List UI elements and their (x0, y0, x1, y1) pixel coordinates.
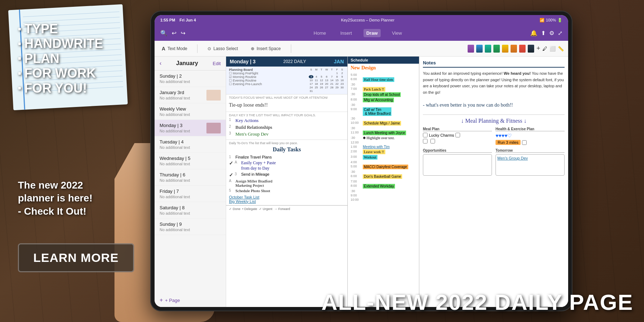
sidebar-item-sunday2[interactable]: Sunday | 2 No additional text (155, 70, 226, 87)
tab-view[interactable]: View (389, 29, 405, 37)
pen-teal[interactable] (485, 45, 491, 53)
slot-900b: 9:00 (351, 194, 416, 197)
footer-legend: ✓ Done • Delegate ✓ Urgent → Forward (226, 205, 347, 212)
opportunities-content[interactable] (423, 154, 492, 176)
toolbar: A Text Mode ⊙ Lasso Select ⊕ Insert Spac… (155, 41, 568, 57)
sidebar-item-wednesday5[interactable]: Wednesday | 5 No additional text (155, 153, 226, 169)
health-plan-col: Health & Exercise Plan ♥♥♥♥♡ Run 3 miles (496, 127, 565, 145)
slot-100-content[interactable]: Meeting with Tim (363, 145, 390, 149)
status-battery: 📶 100% 🔋 (540, 18, 562, 23)
slot-830: :30 (351, 103, 416, 107)
sidebar-back-button[interactable]: ‹ (160, 60, 161, 67)
ipad-device: 1:55 PM Fri Jun 4 Key2Success – Demo Pla… (150, 11, 572, 311)
sidebar-item-jan3rd[interactable]: January 3rd No additional text (155, 87, 226, 103)
settings-icon[interactable]: ⚙ (549, 30, 554, 36)
todo-section: Daily To-Do's The list that will keep yo… (226, 140, 347, 205)
pen-green[interactable] (493, 45, 500, 53)
slot-900-content: Call w/ Tim & Mike Bradford (363, 107, 391, 116)
pen-add-button[interactable]: + (536, 45, 540, 52)
pen-yellow[interactable] (502, 45, 508, 53)
pen-red[interactable] (519, 45, 526, 53)
status-bar: 1:55 PM Fri Jun 4 Key2Success – Demo Pla… (155, 15, 568, 25)
meal-checkbox-2[interactable] (455, 133, 460, 137)
text-mode-button[interactable]: A Text Mode (159, 44, 190, 53)
feature-handwrite: HANDWRITE (18, 36, 103, 51)
slot-500b-content: MACCI Dairyfest Coverage (363, 165, 408, 169)
todo-item-a1: ✓ A Easily Copy + Pastefrom day to Day (229, 160, 345, 171)
slot-200-content: Leave work !! (363, 150, 385, 154)
add-page-button[interactable]: + + Page (155, 293, 226, 307)
focus-section: TODAY'S FOCUS What will have most of you… (226, 94, 347, 112)
time-slots: 5:00 6:00 Half Hour time slots :30 7:00 (348, 72, 419, 203)
sidebar-item-monday3[interactable]: Monday | 3 No additional text (155, 120, 226, 136)
slot-1130-content: ✱ Highlight over text. (363, 136, 395, 140)
slot-300: 3:00 Workout (351, 155, 416, 160)
notification-icon[interactable]: 🔔 (530, 30, 537, 36)
october-task-list-link[interactable]: October Task List (229, 195, 345, 199)
lasso-select-button[interactable]: ⊙ Lasso Select (205, 45, 241, 53)
slot-730: :30 Drop kids off at School (351, 92, 416, 97)
tomorrow-content: Men's Group Dev (496, 154, 565, 176)
ipad-screen: 1:55 PM Fri Jun 4 Key2Success – Demo Pla… (155, 15, 568, 307)
slot-800-content: Mtg w/ Accounting (363, 98, 394, 102)
learn-more-button[interactable]: LEARN MORE (18, 243, 134, 272)
slot-800b-content: Extended Workday (363, 184, 395, 189)
sidebar-item-tuesday4[interactable]: Tuesday | 4 No additional text (155, 136, 226, 153)
main-content: ‹ January Edit Sunday | 2 No additional … (155, 57, 568, 307)
pen-orange[interactable] (511, 45, 517, 53)
redo-icon[interactable]: ↪ (181, 30, 185, 36)
meal-checkbox-4[interactable] (430, 139, 435, 143)
run-checkbox[interactable] (522, 140, 527, 145)
sidebar-item-sunday9[interactable]: Sunday | 9 No additional text (155, 219, 226, 235)
sidebar-header: ‹ January Edit (155, 57, 226, 70)
search-icon[interactable]: 🔍 (160, 30, 167, 36)
sidebar-item-friday7[interactable]: Friday | 7 No additional text (155, 186, 226, 202)
pen-purple[interactable] (468, 45, 474, 53)
eraser-button[interactable]: ⬜ (550, 46, 556, 52)
sidebar-item-thursday6[interactable]: Thursday | 6 No additional text (155, 169, 226, 186)
schedule-column: Schedule New Design 5:00 6:00 Half Hour … (348, 57, 419, 307)
meal-checkbox-1[interactable] (423, 133, 428, 137)
daily-key-section: Daily Key 3 The list that will impact yo… (226, 112, 347, 140)
slot-1100-content: Lunch Meeting with Joyce (363, 131, 406, 135)
big-weekly-list-link[interactable]: Big Weekly List (229, 199, 345, 204)
planning-board-title: Planning Board (229, 68, 262, 72)
sidebar-item-list: Sunday | 2 No additional text January 3r… (155, 70, 226, 293)
share-icon[interactable]: ⬆ (541, 30, 546, 36)
slot-600: 6:00 Half Hour time slots (351, 77, 416, 82)
tab-draw[interactable]: Draw (364, 29, 381, 37)
pen-dark[interactable] (528, 45, 534, 53)
insert-space-button[interactable]: ⊕ Insert Space (248, 45, 283, 53)
feature-list: TYPE HANDWRITE PLAN FOR WORK FOR YOU! (18, 21, 103, 96)
slot-600-content: Half Hour time slots (363, 77, 394, 82)
tab-home[interactable]: Home (311, 29, 329, 37)
undo-icon[interactable]: ↩ (172, 30, 176, 36)
sidebar-item-saturday8[interactable]: Saturday | 8 No additional text (155, 202, 226, 219)
feature-type: TYPE (18, 21, 103, 36)
slot-300-content: Workout (363, 155, 377, 160)
tomorrow-item-1[interactable]: Men's Group Dev (497, 156, 563, 160)
ruler-button[interactable]: 📏 (558, 46, 564, 52)
meal-checkbox-3[interactable] (423, 139, 428, 143)
highlighter-button[interactable]: 🖊 (542, 46, 547, 52)
pen-blue[interactable] (476, 45, 483, 53)
todo-item-5: 5 Schedule Photo Shoot (229, 189, 345, 193)
meal-columns: Meal Plan Lucky Charms (423, 127, 565, 145)
mini-calendar: SMTWTFS 12 3456789 10111213141516 171819… (309, 68, 345, 93)
slot-600b: 6:00 Don's Basketball Game (351, 174, 416, 179)
daily-year: 2022 DAILY (283, 59, 306, 64)
slot-630: :30 (351, 83, 416, 86)
slot-200: 2:00 Leave work !! (351, 150, 416, 154)
focus-content[interactable]: Tie-up loose ends!! (229, 100, 345, 110)
sidebar-edit-button[interactable]: Edit (213, 61, 221, 66)
slot-100: 1:00 Meeting with Tim (351, 145, 416, 149)
todo-links: October Task List Big Weekly List (229, 195, 345, 204)
planning-board-items: ☐ Morning PreFlight ☑ Morning Routine ☐ … (229, 72, 262, 86)
opportunities-box: Opportunities (423, 148, 492, 176)
sidebar-item-weekly[interactable]: Weekly View No additional text (155, 103, 226, 120)
fullscreen-icon[interactable]: ⤢ (558, 30, 562, 36)
notes-area: Notes You asked for an improved typing e… (419, 57, 568, 307)
slot-800b: 8:00 Extended Workday (351, 184, 416, 189)
promo-line1: The new 2022 (18, 179, 93, 192)
tab-insert[interactable]: Insert (337, 29, 355, 37)
